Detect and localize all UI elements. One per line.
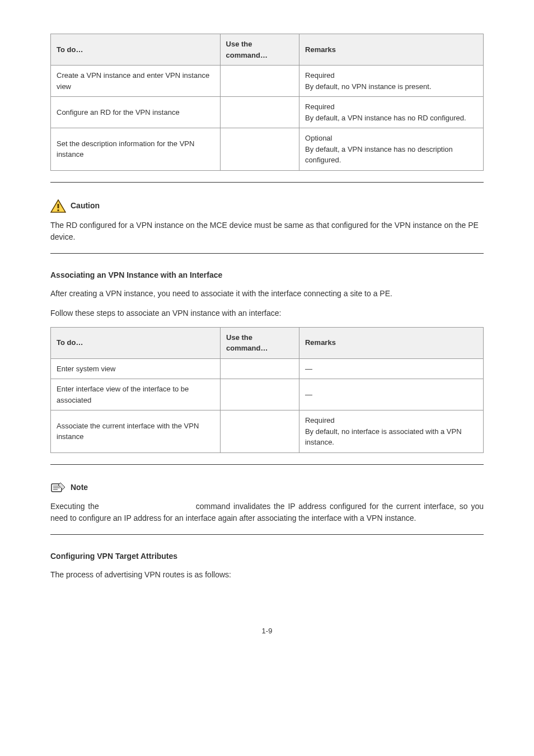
- assoc-heading: Associating an VPN Instance with an Inte…: [50, 269, 484, 281]
- cell-todo: Set the description information for the …: [51, 128, 221, 171]
- note-icon: [50, 482, 66, 494]
- cell-todo: Enter system view: [51, 358, 221, 379]
- divider: [50, 534, 484, 535]
- note-text: Executing the ip binding vpn-instance co…: [50, 501, 484, 524]
- cell-remarks: Required By default, no VPN instance is …: [299, 66, 484, 97]
- col-cmd: Use the command…: [220, 34, 299, 66]
- caution-label: Caution: [71, 200, 100, 212]
- table-row: Enter system view —: [51, 358, 484, 379]
- target-text: The process of advertising VPN routes is…: [50, 569, 484, 581]
- table-row: Create a VPN instance and enter VPN inst…: [51, 66, 484, 97]
- note-callout: Note: [50, 482, 484, 494]
- svg-rect-2: [58, 209, 59, 211]
- cell-todo: Associate the current interface with the…: [51, 410, 221, 453]
- cell-remarks: Required By default, a VPN instance has …: [299, 97, 484, 128]
- cell-remarks: Optional By default, a VPN instance has …: [299, 128, 484, 171]
- table-row: Associate the current interface with the…: [51, 410, 484, 453]
- svg-rect-1: [58, 204, 59, 208]
- cell-cmd: [220, 97, 299, 128]
- table-row: Enter interface view of the interface to…: [51, 379, 484, 410]
- cell-cmd: [221, 358, 299, 379]
- cell-cmd: [220, 128, 299, 171]
- cell-cmd: [220, 66, 299, 97]
- target-heading: Configuring VPN Target Attributes: [50, 550, 484, 562]
- divider: [50, 182, 484, 183]
- divider: [50, 464, 484, 465]
- table-row: Set the description information for the …: [51, 128, 484, 171]
- caution-icon: [50, 199, 66, 213]
- note-label: Note: [71, 482, 88, 493]
- cell-cmd: [221, 410, 299, 453]
- cell-remarks: —: [299, 379, 483, 410]
- assoc-intro1: After creating a VPN instance, you need …: [50, 288, 484, 300]
- col-todo: To do…: [51, 327, 221, 358]
- assoc-intro2: Follow these steps to associate an VPN i…: [50, 307, 484, 319]
- cell-remarks: Required By default, no interface is ass…: [299, 410, 483, 453]
- col-remarks: Remarks: [299, 327, 483, 358]
- table-row: Configure an RD for the VPN instance Req…: [51, 97, 484, 128]
- note-post: command invalidates the IP address confi…: [50, 502, 484, 522]
- cell-cmd: [221, 379, 299, 410]
- vpn-instance-config-table: To do… Use the command… Remarks Create a…: [50, 34, 484, 171]
- page-number: 1-9: [50, 626, 484, 637]
- cell-todo: Enter interface view of the interface to…: [51, 379, 221, 410]
- cell-todo: Create a VPN instance and enter VPN inst…: [51, 66, 221, 97]
- cell-todo: Configure an RD for the VPN instance: [51, 97, 221, 128]
- note-pre: Executing the: [50, 502, 102, 511]
- cell-remarks: —: [299, 358, 483, 379]
- divider: [50, 253, 484, 254]
- caution-text: The RD configured for a VPN instance on …: [50, 220, 484, 243]
- caution-callout: Caution: [50, 199, 484, 213]
- col-cmd: Use the command…: [221, 327, 299, 358]
- col-remarks: Remarks: [299, 34, 484, 66]
- col-todo: To do…: [51, 34, 221, 66]
- assoc-interface-table: To do… Use the command… Remarks Enter sy…: [50, 327, 484, 453]
